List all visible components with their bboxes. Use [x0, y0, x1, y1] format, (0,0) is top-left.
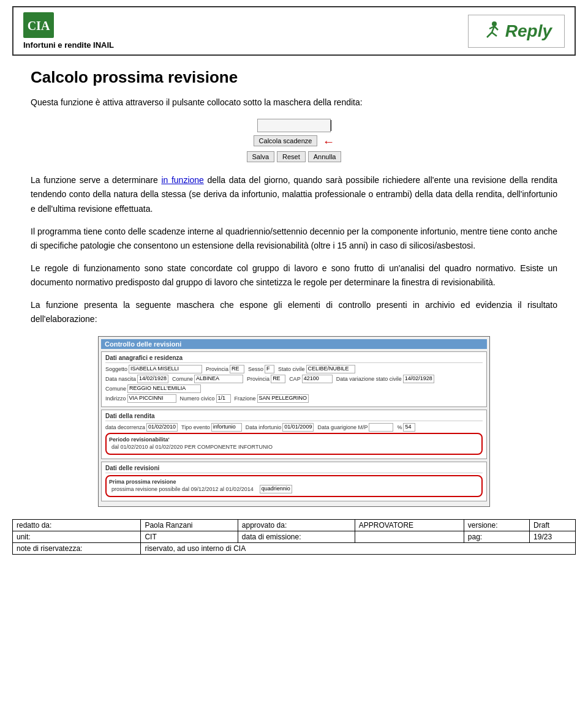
footer-redatto-value: Paola Ranzani — [141, 520, 238, 531]
footer-versione-label: versione: — [464, 520, 529, 531]
sesso-field: Sesso F — [248, 365, 274, 373]
soggetto-field: Soggetto ISABELLA MISELLI — [105, 365, 202, 373]
page-header: CIA Infortuni e rendite INAIL Reply — [12, 6, 576, 56]
data-guarigione-field: Data guarigione M/P — [317, 423, 393, 432]
footer-redatto-label: redatto da: — [13, 520, 141, 531]
reply-logo: Reply — [468, 15, 565, 48]
footer-unit-label: unit: — [13, 531, 141, 543]
periodo-revisione-highlight: Periodo revisionabilita' dal 01/02/2010 … — [105, 433, 483, 455]
comune-field: Comune ALBINEA — [172, 375, 243, 383]
percent-field: % 54 — [397, 423, 415, 432]
bottom-buttons-row: Salva Reset Annulla — [247, 151, 342, 162]
indirizzo-field: Indirizzo VIA PICCINNI — [105, 394, 176, 403]
footer-approvato-value: APPROVATORE — [355, 520, 464, 531]
calcola-scadenze-button[interactable]: Calcola scadenze — [254, 135, 318, 146]
footer-note-label: note di riservatezza: — [13, 543, 141, 555]
form-row-soggetto: Soggetto ISABELLA MISELLI Provincia RE S… — [105, 365, 483, 373]
footer-approvato-label: approvato da: — [238, 520, 355, 531]
form-title-bar: Controllo delle revisioni — [101, 339, 487, 349]
footer-note-value: riservato, ad uso interno di CIA — [141, 543, 576, 555]
data-infortunio-field: Data infortunio 01/01/2009 — [246, 423, 314, 432]
reply-brand-text: Reply — [505, 21, 552, 41]
svg-line-6 — [494, 26, 498, 30]
svg-point-2 — [492, 21, 497, 26]
numero-civico-field: Numero civico 1/1 — [180, 394, 231, 403]
page-title: Calcolo prossima revisione — [31, 68, 557, 87]
annulla-btn[interactable]: Annulla — [308, 151, 342, 162]
form-section-revisioni: Dati delle revisioni Prima prossima revi… — [101, 462, 487, 501]
section2-title: Dati della rendita — [105, 413, 483, 421]
frazione-field: Frazione SAN PELLEGRINO — [235, 394, 309, 403]
cursor — [331, 120, 331, 131]
in-funzione-link[interactable]: in funzione — [161, 175, 203, 185]
cap-field: CAP 42100 — [289, 375, 333, 383]
provincia-field: Provincia RE — [206, 365, 244, 373]
reply-runner-icon — [481, 20, 503, 42]
svg-line-5 — [492, 32, 497, 36]
main-content: Calcolo prossima revisione Questa funzio… — [12, 68, 576, 507]
paragraph2: Il programma tiene conto delle scadenze … — [31, 225, 557, 253]
paragraph1: La funzione serve a determinare in funzi… — [31, 173, 557, 215]
paragraph3: Le regole di funzionamento sono state co… — [31, 261, 557, 290]
arrow-icon: ← — [322, 135, 334, 149]
reset-btn[interactable]: Reset — [277, 151, 306, 162]
stato-civile-field: Stato civile CELIBE/NUBILE — [278, 365, 355, 373]
calcola-row — [257, 119, 331, 132]
form-row-rendita: data decorrenza 01/02/2010 Tipo evento i… — [105, 423, 483, 432]
form-screenshot: Controllo delle revisioni Dati anagrafic… — [98, 336, 490, 507]
provincia2-field: Provincia RE — [247, 375, 285, 383]
paragraph4: La funzione presenta la seguente mascher… — [31, 298, 557, 326]
footer-versione-value: Draft — [530, 520, 576, 531]
svg-text:CIA: CIA — [28, 19, 50, 32]
header-subtitle: Infortuni e rendite INAIL — [23, 40, 114, 50]
footer-unit-value: CIT — [141, 531, 238, 543]
footer-pag-value: 19/23 — [530, 531, 576, 543]
footer-emissione-value — [355, 531, 464, 543]
footer-emissione-label: data di emissione: — [238, 531, 355, 543]
data-decorrenza-field: data decorrenza 01/02/2010 — [105, 423, 178, 432]
data-variazione-field: Data variazione stato civile 14/02/1928 — [336, 375, 434, 383]
form-section-anagrafica: Dati anagrafici e residenza Soggetto ISA… — [101, 351, 487, 407]
footer-table: redatto da: Paola Ranzani approvato da: … — [12, 519, 576, 555]
footer: redatto da: Paola Ranzani approvato da: … — [12, 519, 576, 555]
data-nascita-field: Data nascita 14/02/1928 — [105, 375, 168, 383]
comune2-field: Comune REGGIO NELL'EMILIA — [105, 384, 201, 393]
form-row-nascita: Data nascita 14/02/1928 Comune ALBINEA P… — [105, 375, 483, 383]
intro-paragraph: Questa funzione è attiva attraverso il p… — [31, 96, 557, 109]
cia-logo-box: CIA — [23, 12, 54, 38]
tipo-event-field: Tipo evento infortunio — [181, 423, 242, 432]
salva-btn[interactable]: Salva — [247, 151, 275, 162]
section3-title: Dati delle revisioni — [105, 465, 483, 473]
section1-title: Dati anagrafici e residenza — [105, 354, 483, 363]
svg-line-4 — [487, 32, 492, 37]
button-screenshot: Calcola scadenze ← Salva Reset Annulla — [214, 119, 374, 162]
cia-logo: CIA — [23, 12, 54, 38]
form-section-rendita: Dati della rendita data decorrenza 01/02… — [101, 410, 487, 459]
calcola-btn-row: Calcola scadenze ← — [254, 135, 335, 149]
fake-input-field — [257, 119, 331, 132]
form-row-comune2: Comune REGGIO NELL'EMILIA — [105, 384, 483, 393]
prossima-revisione-highlight: Prima prossima revisione prossima revisi… — [105, 475, 483, 497]
form-row-indirizzo: Indirizzo VIA PICCINNI Numero civico 1/1… — [105, 394, 483, 403]
footer-pag-label: pag: — [464, 531, 529, 543]
header-left: CIA Infortuni e rendite INAIL — [23, 12, 114, 50]
